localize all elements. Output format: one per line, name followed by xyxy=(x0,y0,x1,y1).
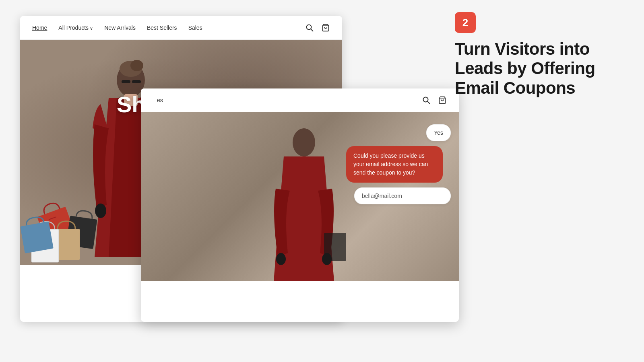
front-search-icon[interactable] xyxy=(422,96,431,105)
svg-point-11 xyxy=(130,60,143,71)
email-input-bubble[interactable]: bella@mail.com xyxy=(354,187,451,204)
step-badge: 2 xyxy=(455,12,476,33)
svg-line-18 xyxy=(427,101,430,104)
front-browser-window: es xyxy=(141,88,459,322)
svg-point-21 xyxy=(276,253,286,265)
front-nav-icons xyxy=(422,96,447,105)
svg-line-1 xyxy=(311,29,313,31)
svg-rect-23 xyxy=(324,233,346,261)
nav-home[interactable]: Home xyxy=(32,25,47,31)
front-hero-section: Yes Could you please provide us your ema… xyxy=(141,112,459,281)
front-chat-conversation: Yes Could you please provide us your ema… xyxy=(346,124,451,204)
svg-rect-8 xyxy=(20,222,54,253)
nav-new-arrivals[interactable]: New Arrivals xyxy=(104,25,136,31)
nav-best-sellers[interactable]: Best Sellers xyxy=(147,25,177,31)
nav-links: Home All Products New Arrivals Best Sell… xyxy=(32,25,202,31)
svg-rect-12 xyxy=(122,80,130,83)
right-panel: 2 Turn Visitors into Leads by Offering E… xyxy=(455,12,624,98)
bot-email-request-bubble: Could you please provide us your email a… xyxy=(346,146,443,183)
step-title: Turn Visitors into Leads by Offering Ema… xyxy=(455,39,624,98)
partial-nav-text: es xyxy=(153,97,163,103)
front-hero-figure xyxy=(254,120,354,281)
svg-rect-13 xyxy=(132,80,141,83)
nav-icons xyxy=(305,23,330,32)
nav-sales[interactable]: Sales xyxy=(188,25,202,31)
svg-point-0 xyxy=(307,25,312,30)
svg-point-20 xyxy=(293,128,315,156)
search-icon[interactable] xyxy=(305,23,314,32)
nav-products[interactable]: All Products xyxy=(58,25,93,31)
back-nav-bar: Home All Products New Arrivals Best Sell… xyxy=(20,16,342,40)
front-nav-bar: es xyxy=(141,88,459,112)
front-cart-icon[interactable] xyxy=(438,96,447,105)
cart-icon[interactable] xyxy=(321,23,330,32)
svg-point-17 xyxy=(423,97,428,102)
user-yes-bubble: Yes xyxy=(426,124,451,141)
